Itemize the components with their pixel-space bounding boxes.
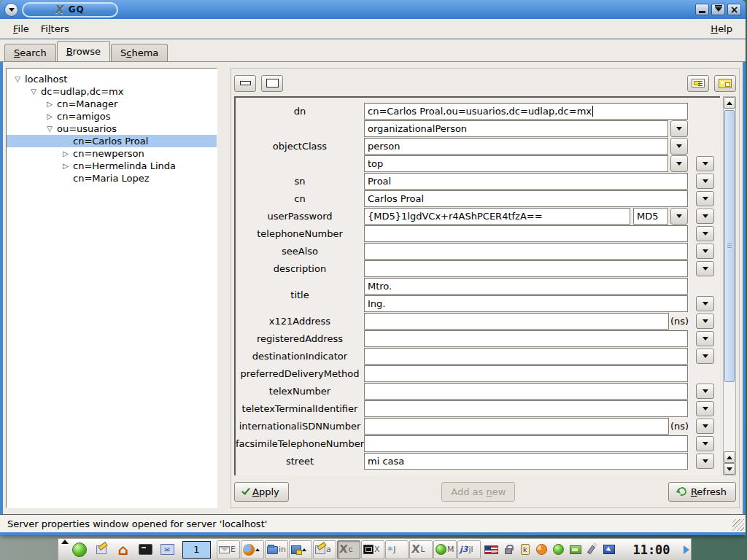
attribute-value-input[interactable] [364,383,688,400]
attribute-value-input[interactable] [364,225,688,242]
expander-open-icon[interactable]: ▽ [12,75,23,83]
panel-hide-arrow-icon[interactable] [61,540,69,544]
attribute-dropdown-button[interactable] [696,156,714,171]
attribute-value-input[interactable]: top [364,155,668,172]
tree-item-cn-hermelinda-linda[interactable]: ▷cn=Hermelinda Linda [7,160,217,172]
directory-tree[interactable]: ▽localhost▽dc=udlap,dc=mx▷cn=Manager▷cn=… [6,68,217,508]
attribute-value-input[interactable] [364,243,688,260]
attribute-dropdown-button[interactable] [696,244,714,259]
scrollbar-thumb[interactable] [724,110,735,382]
attribute-value-input[interactable]: Mtro. [364,278,688,295]
workspace-pager[interactable]: 1 [182,541,211,559]
attribute-value-input[interactable]: Carlos Proal [364,190,688,207]
tree-item-localhost[interactable]: ▽localhost [7,73,217,85]
tray-lock[interactable] [500,542,516,558]
tab-schema[interactable]: Schema [111,44,168,61]
expander-closed-icon[interactable]: ▷ [44,100,55,108]
menu-file[interactable]: File [7,20,35,37]
tree-item-ou-usuarios[interactable]: ▽ou=usuarios [7,122,217,135]
attribute-value-input[interactable] [364,418,669,435]
expander-open-icon[interactable]: ▽ [28,88,39,96]
value-dropdown-button[interactable] [670,155,688,172]
tray-suse-tray[interactable] [551,542,566,558]
tree-item-cn-manager[interactable]: ▷cn=Manager [7,98,217,110]
tray-plug[interactable] [584,542,600,558]
attribute-dropdown-button[interactable] [696,226,714,241]
refresh-button[interactable]: Refresh [668,482,736,502]
expander-closed-icon[interactable]: ▷ [61,162,71,170]
taskbar-window-button[interactable] [241,540,264,559]
tray-remote-desktop[interactable] [601,542,616,558]
attribute-value-input[interactable] [364,330,688,347]
attribute-value-input[interactable]: cn=Carlos Proal,ou=usuarios,dc=udlap,dc=… [364,103,688,120]
attribute-dropdown-button[interactable] [696,384,714,399]
attribute-dropdown-button[interactable] [696,261,714,276]
attribute-dropdown-button[interactable] [696,349,714,364]
resize-grip[interactable] [732,519,744,531]
tray-klipper[interactable]: k [517,542,533,558]
window-menu-button[interactable] [4,3,18,17]
attribute-dropdown-button[interactable] [696,419,714,434]
launcher-organizer[interactable]: ✉ [158,540,177,559]
taskbar-window-button[interactable]: M [433,540,457,559]
edit-entry-as-text-button[interactable] [687,75,709,92]
attribute-dropdown-button[interactable] [696,174,714,189]
taskbar-window-button[interactable]: j3jl [457,540,481,559]
taskbar-window-button[interactable]: XL [409,540,433,559]
attribute-dropdown-button[interactable] [696,296,714,311]
attribute-dropdown-button[interactable] [696,314,714,329]
scroll-up-button[interactable] [724,97,735,109]
taskbar-window-button[interactable] [289,540,312,559]
attribute-value-input[interactable] [364,260,688,277]
shade-button[interactable] [711,4,725,15]
attribute-dropdown-button[interactable] [696,401,714,416]
taskbar-window-button[interactable]: a [313,540,336,559]
panel-expand-arrow-icon[interactable] [684,545,689,554]
tray-network[interactable] [568,542,583,558]
scroll-down-button[interactable] [724,463,735,475]
scroll-up-button-2[interactable] [724,451,735,463]
apply-button[interactable]: Apply [234,482,289,502]
attribute-value-input[interactable] [364,400,688,417]
value-dropdown-button[interactable] [670,120,688,137]
tab-search[interactable]: Search [4,44,56,61]
tray-updater[interactable] [534,542,549,558]
attribute-dropdown-button[interactable] [696,209,714,224]
form-scrollbar[interactable] [723,96,736,475]
launcher-terminal[interactable] [136,540,155,559]
minimize-button[interactable] [695,4,709,15]
show-all-attributes-button[interactable] [261,75,283,92]
taskbar-window-button[interactable]: Xc [337,540,360,559]
taskbar-window-button[interactable]: X [361,540,384,559]
add-as-new-button[interactable]: Add as new [441,482,515,502]
attribute-value-input[interactable] [364,365,688,382]
tree-item-cn-maria-lopez[interactable]: cn=Maria Lopez [7,172,217,184]
attribute-value-input[interactable]: Ing. [364,295,688,312]
taskbar-window-button[interactable]: *J [385,540,409,559]
attribute-value-input[interactable] [364,435,688,452]
attribute-value-input[interactable]: {MD5}1lgdVCx+r4AShPCER4tfzA== [364,208,630,225]
value-dropdown-button[interactable] [670,208,688,225]
launcher-home[interactable]: ⌂ [114,540,133,559]
attribute-dropdown-button[interactable] [696,436,714,451]
attribute-value-input[interactable] [364,348,688,365]
attribute-value-input[interactable]: person [364,138,668,155]
titlebar[interactable]: X GQ × [0,0,746,19]
taskbar-window-button[interactable]: E [217,540,240,559]
expander-open-icon[interactable]: ▽ [44,125,55,133]
tray-keyboard-us[interactable] [484,542,499,558]
attribute-value-input[interactable]: organizationalPerson [364,120,668,137]
expander-closed-icon[interactable]: ▷ [61,149,71,158]
attribute-dropdown-button[interactable] [696,454,714,469]
password-scheme-combo[interactable]: MD5 [633,208,668,225]
hide-empty-attributes-button[interactable] [234,75,256,92]
attribute-value-input[interactable] [364,313,669,330]
taskbar-window-button[interactable]: in [265,540,288,559]
tree-item-cn-amigos[interactable]: ▷cn=amigos [7,110,217,122]
attribute-value-input[interactable]: Proal [364,173,688,190]
close-button[interactable]: × [727,4,741,15]
menu-filters[interactable]: Filters [35,20,75,37]
launcher-suse-menu[interactable] [70,540,89,559]
new-entry-from-this-button[interactable] [714,75,736,92]
tree-item-cn-newperson[interactable]: ▷cn=newperson [7,147,217,160]
